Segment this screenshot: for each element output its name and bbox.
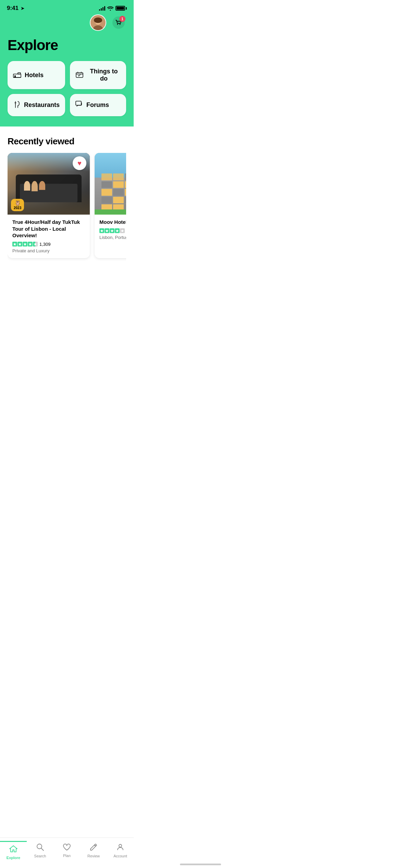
hotels-button[interactable]: Hotels xyxy=(8,61,65,89)
card-hotel-image xyxy=(95,153,126,215)
award-year: 2023 xyxy=(14,206,21,210)
things-to-do-button[interactable]: Things to do xyxy=(70,61,126,89)
card-tuk-body: True 4Hour/Half day TukTuk Tour of Lisbo… xyxy=(8,215,90,258)
award-badge-tuk: 🦉 2023 xyxy=(11,199,24,211)
battery-icon xyxy=(116,6,127,11)
favorite-tuk-button[interactable]: ♥ xyxy=(73,156,86,170)
hero-top-row: 1 xyxy=(8,14,126,31)
tripadvisor-icon: 🦉 xyxy=(15,200,21,206)
svg-point-5 xyxy=(117,24,118,25)
svg-marker-16 xyxy=(19,243,22,246)
status-time: 9:41 xyxy=(7,5,19,12)
svg-marker-15 xyxy=(13,243,16,246)
card-tuk-rating: 1,309 xyxy=(12,242,85,247)
svg-rect-9 xyxy=(18,73,21,74)
svg-marker-21 xyxy=(106,229,109,232)
hero-section: 1 Explore Hotels xyxy=(0,14,134,126)
status-bar: 9:41 ➤ xyxy=(0,0,134,14)
svg-marker-20 xyxy=(100,229,104,232)
page-title: Explore xyxy=(8,37,126,53)
card-tuk-tour[interactable]: ♥ 🦉 2023 True 4Hour/Half day TukTuk Tour… xyxy=(8,153,90,258)
card-tuk-image: ♥ 🦉 2023 xyxy=(8,153,90,215)
wifi-icon xyxy=(107,6,113,11)
forums-label: Forums xyxy=(86,101,109,109)
svg-marker-19 xyxy=(34,243,37,246)
heart-filled-icon: ♥ xyxy=(77,159,82,167)
recently-viewed-section: Recently viewed ♥ xyxy=(0,126,134,268)
svg-rect-14 xyxy=(76,101,81,105)
avatar[interactable] xyxy=(90,14,106,31)
hotel-subtitle: Lisbon, Portugal xyxy=(99,235,126,240)
forums-button[interactable]: Forums xyxy=(70,94,126,116)
restaurants-label: Restaurants xyxy=(24,101,60,109)
things-to-do-icon xyxy=(75,71,84,79)
signal-icon xyxy=(99,6,105,11)
svg-rect-8 xyxy=(14,75,16,77)
tuk-subtitle: Private and Luxury xyxy=(12,248,85,253)
card-hotel-rating: 6 xyxy=(99,228,126,233)
svg-marker-22 xyxy=(111,229,114,232)
hotels-label: Hotels xyxy=(25,72,44,79)
cart-wrapper[interactable]: 1 xyxy=(111,15,126,30)
restaurants-button[interactable]: Restaurants xyxy=(8,94,65,116)
card-hotel-body: Moov Hotel Lisb... xyxy=(95,215,126,245)
hotels-icon xyxy=(13,72,21,79)
location-icon: ➤ xyxy=(21,5,25,11)
cards-row: ♥ 🦉 2023 True 4Hour/Half day TukTuk Tour… xyxy=(8,153,126,261)
svg-point-6 xyxy=(120,24,121,25)
things-to-do-label: Things to do xyxy=(87,68,121,82)
cart-badge: 1 xyxy=(119,16,125,22)
restaurants-icon xyxy=(13,101,21,109)
svg-point-3 xyxy=(94,17,102,23)
svg-marker-17 xyxy=(24,243,27,246)
status-icons xyxy=(99,6,127,11)
recently-viewed-title: Recently viewed xyxy=(8,136,126,147)
hotel-star-icons xyxy=(99,228,125,233)
card-tuk-title: True 4Hour/Half day TukTuk Tour of Lisbo… xyxy=(12,219,85,239)
svg-marker-23 xyxy=(116,229,119,232)
card-hotel-title: Moov Hotel Lisb... xyxy=(99,219,126,226)
svg-marker-24 xyxy=(121,229,124,232)
category-grid: Hotels Things to do xyxy=(8,61,126,116)
svg-marker-18 xyxy=(29,243,32,246)
card-moov-hotel[interactable]: Moov Hotel Lisb... xyxy=(95,153,126,258)
star-icons xyxy=(12,242,38,246)
forums-icon xyxy=(75,101,83,109)
tuk-review-count: 1,309 xyxy=(39,242,51,247)
